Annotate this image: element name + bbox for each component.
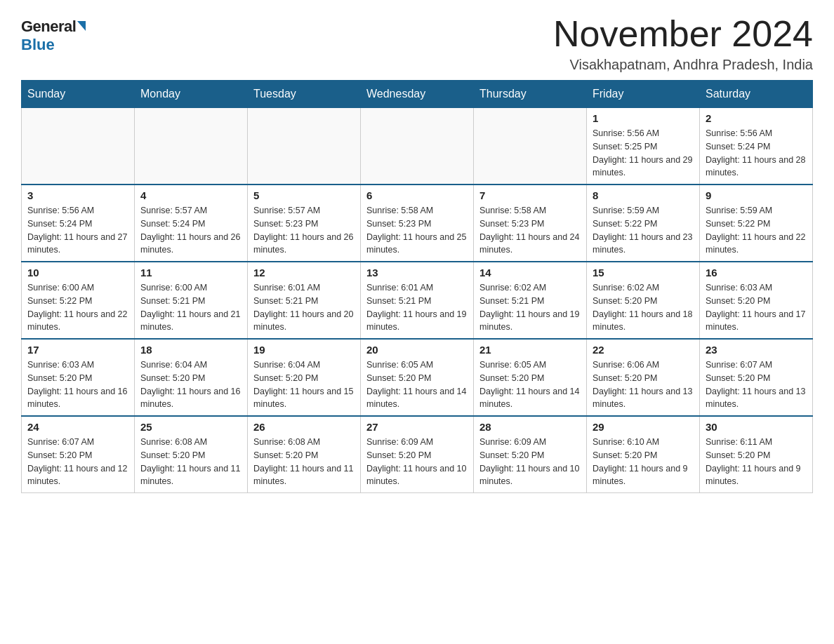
day-info: Sunrise: 6:00 AM Sunset: 5:22 PM Dayligh… xyxy=(27,281,128,334)
day-number: 1 xyxy=(593,112,694,124)
logo-general-text: General xyxy=(21,18,76,36)
day-info: Sunrise: 5:59 AM Sunset: 5:22 PM Dayligh… xyxy=(706,204,807,257)
day-info: Sunrise: 5:58 AM Sunset: 5:23 PM Dayligh… xyxy=(479,204,581,257)
day-info: Sunrise: 6:03 AM Sunset: 5:20 PM Dayligh… xyxy=(27,358,128,411)
calendar-cell: 10Sunrise: 6:00 AM Sunset: 5:22 PM Dayli… xyxy=(22,262,135,339)
day-info: Sunrise: 5:57 AM Sunset: 5:24 PM Dayligh… xyxy=(140,204,241,257)
calendar-cell: 11Sunrise: 6:00 AM Sunset: 5:21 PM Dayli… xyxy=(135,262,248,339)
logo-arrow-icon xyxy=(77,21,86,31)
day-info: Sunrise: 6:07 AM Sunset: 5:20 PM Dayligh… xyxy=(27,436,128,488)
day-number: 7 xyxy=(479,189,581,201)
calendar-cell: 15Sunrise: 6:02 AM Sunset: 5:20 PM Dayli… xyxy=(587,262,700,339)
day-number: 23 xyxy=(706,344,807,356)
location-subtitle: Visakhapatnam, Andhra Pradesh, India xyxy=(553,57,813,73)
calendar-cell: 12Sunrise: 6:01 AM Sunset: 5:21 PM Dayli… xyxy=(248,262,361,339)
day-number: 16 xyxy=(706,267,807,279)
day-info: Sunrise: 6:07 AM Sunset: 5:20 PM Dayligh… xyxy=(706,358,807,411)
calendar-header-saturday: Saturday xyxy=(700,81,813,108)
month-year-title: November 2024 xyxy=(553,14,813,54)
calendar-cell: 22Sunrise: 6:06 AM Sunset: 5:20 PM Dayli… xyxy=(587,339,700,416)
calendar-week-3: 10Sunrise: 6:00 AM Sunset: 5:22 PM Dayli… xyxy=(22,262,813,339)
calendar-cell: 27Sunrise: 6:09 AM Sunset: 5:20 PM Dayli… xyxy=(361,416,474,493)
day-info: Sunrise: 6:00 AM Sunset: 5:21 PM Dayligh… xyxy=(140,281,241,334)
day-number: 15 xyxy=(593,267,694,279)
day-number: 18 xyxy=(140,344,241,356)
day-number: 24 xyxy=(27,421,128,433)
day-number: 2 xyxy=(706,112,807,124)
day-info: Sunrise: 5:56 AM Sunset: 5:25 PM Dayligh… xyxy=(593,127,694,180)
title-block: November 2024 Visakhapatnam, Andhra Prad… xyxy=(553,14,813,73)
calendar-cell: 3Sunrise: 5:56 AM Sunset: 5:24 PM Daylig… xyxy=(22,185,135,262)
day-number: 14 xyxy=(479,267,581,279)
day-number: 29 xyxy=(593,421,694,433)
calendar-cell: 19Sunrise: 6:04 AM Sunset: 5:20 PM Dayli… xyxy=(248,339,361,416)
day-info: Sunrise: 6:05 AM Sunset: 5:20 PM Dayligh… xyxy=(366,358,468,411)
day-info: Sunrise: 5:59 AM Sunset: 5:22 PM Dayligh… xyxy=(593,204,694,257)
calendar-cell xyxy=(248,108,361,185)
calendar-cell: 8Sunrise: 5:59 AM Sunset: 5:22 PM Daylig… xyxy=(587,185,700,262)
calendar-week-1: 1Sunrise: 5:56 AM Sunset: 5:25 PM Daylig… xyxy=(22,108,813,185)
day-number: 12 xyxy=(253,267,355,279)
day-info: Sunrise: 6:02 AM Sunset: 5:20 PM Dayligh… xyxy=(593,281,694,334)
calendar-cell: 28Sunrise: 6:09 AM Sunset: 5:20 PM Dayli… xyxy=(474,416,587,493)
day-info: Sunrise: 6:09 AM Sunset: 5:20 PM Dayligh… xyxy=(366,436,468,488)
day-info: Sunrise: 6:02 AM Sunset: 5:21 PM Dayligh… xyxy=(479,281,581,334)
calendar-cell: 14Sunrise: 6:02 AM Sunset: 5:21 PM Dayli… xyxy=(474,262,587,339)
day-info: Sunrise: 6:04 AM Sunset: 5:20 PM Dayligh… xyxy=(140,358,241,411)
page-header: General Blue November 2024 Visakhapatnam… xyxy=(21,14,813,73)
calendar-cell: 30Sunrise: 6:11 AM Sunset: 5:20 PM Dayli… xyxy=(700,416,813,493)
calendar-header-row: SundayMondayTuesdayWednesdayThursdayFrid… xyxy=(22,81,813,108)
calendar-cell: 24Sunrise: 6:07 AM Sunset: 5:20 PM Dayli… xyxy=(22,416,135,493)
day-number: 9 xyxy=(706,189,807,201)
day-info: Sunrise: 6:10 AM Sunset: 5:20 PM Dayligh… xyxy=(593,436,694,488)
calendar-cell: 29Sunrise: 6:10 AM Sunset: 5:20 PM Dayli… xyxy=(587,416,700,493)
calendar-cell: 5Sunrise: 5:57 AM Sunset: 5:23 PM Daylig… xyxy=(248,185,361,262)
day-info: Sunrise: 6:08 AM Sunset: 5:20 PM Dayligh… xyxy=(140,436,241,488)
day-number: 26 xyxy=(253,421,355,433)
calendar-cell: 25Sunrise: 6:08 AM Sunset: 5:20 PM Dayli… xyxy=(135,416,248,493)
calendar-cell: 4Sunrise: 5:57 AM Sunset: 5:24 PM Daylig… xyxy=(135,185,248,262)
calendar-header-friday: Friday xyxy=(587,81,700,108)
day-number: 6 xyxy=(366,189,468,201)
calendar-cell xyxy=(361,108,474,185)
calendar-header-thursday: Thursday xyxy=(474,81,587,108)
day-info: Sunrise: 6:05 AM Sunset: 5:20 PM Dayligh… xyxy=(479,358,581,411)
calendar-cell xyxy=(474,108,587,185)
day-info: Sunrise: 6:04 AM Sunset: 5:20 PM Dayligh… xyxy=(253,358,355,411)
day-info: Sunrise: 6:01 AM Sunset: 5:21 PM Dayligh… xyxy=(253,281,355,334)
day-info: Sunrise: 6:06 AM Sunset: 5:20 PM Dayligh… xyxy=(593,358,694,411)
day-number: 10 xyxy=(27,267,128,279)
day-info: Sunrise: 6:08 AM Sunset: 5:20 PM Dayligh… xyxy=(253,436,355,488)
day-info: Sunrise: 5:56 AM Sunset: 5:24 PM Dayligh… xyxy=(27,204,128,257)
day-number: 4 xyxy=(140,189,241,201)
day-info: Sunrise: 5:58 AM Sunset: 5:23 PM Dayligh… xyxy=(366,204,468,257)
day-info: Sunrise: 6:09 AM Sunset: 5:20 PM Dayligh… xyxy=(479,436,581,488)
calendar-cell: 16Sunrise: 6:03 AM Sunset: 5:20 PM Dayli… xyxy=(700,262,813,339)
day-number: 20 xyxy=(366,344,468,356)
calendar-week-4: 17Sunrise: 6:03 AM Sunset: 5:20 PM Dayli… xyxy=(22,339,813,416)
logo-blue-text: Blue xyxy=(21,36,55,54)
day-number: 3 xyxy=(27,189,128,201)
calendar-week-5: 24Sunrise: 6:07 AM Sunset: 5:20 PM Dayli… xyxy=(22,416,813,493)
calendar-cell: 26Sunrise: 6:08 AM Sunset: 5:20 PM Dayli… xyxy=(248,416,361,493)
calendar-cell: 9Sunrise: 5:59 AM Sunset: 5:22 PM Daylig… xyxy=(700,185,813,262)
calendar-cell: 23Sunrise: 6:07 AM Sunset: 5:20 PM Dayli… xyxy=(700,339,813,416)
day-info: Sunrise: 6:03 AM Sunset: 5:20 PM Dayligh… xyxy=(706,281,807,334)
day-number: 22 xyxy=(593,344,694,356)
day-number: 28 xyxy=(479,421,581,433)
calendar-cell: 18Sunrise: 6:04 AM Sunset: 5:20 PM Dayli… xyxy=(135,339,248,416)
day-number: 17 xyxy=(27,344,128,356)
logo: General Blue xyxy=(21,14,86,54)
day-info: Sunrise: 5:56 AM Sunset: 5:24 PM Dayligh… xyxy=(706,127,807,180)
day-number: 11 xyxy=(140,267,241,279)
calendar-header-tuesday: Tuesday xyxy=(248,81,361,108)
day-info: Sunrise: 6:11 AM Sunset: 5:20 PM Dayligh… xyxy=(706,436,807,488)
day-number: 19 xyxy=(253,344,355,356)
day-number: 25 xyxy=(140,421,241,433)
calendar-cell: 2Sunrise: 5:56 AM Sunset: 5:24 PM Daylig… xyxy=(700,108,813,185)
logo-general: General xyxy=(21,18,86,36)
day-number: 8 xyxy=(593,189,694,201)
day-number: 27 xyxy=(366,421,468,433)
calendar-cell: 21Sunrise: 6:05 AM Sunset: 5:20 PM Dayli… xyxy=(474,339,587,416)
calendar-cell: 20Sunrise: 6:05 AM Sunset: 5:20 PM Dayli… xyxy=(361,339,474,416)
